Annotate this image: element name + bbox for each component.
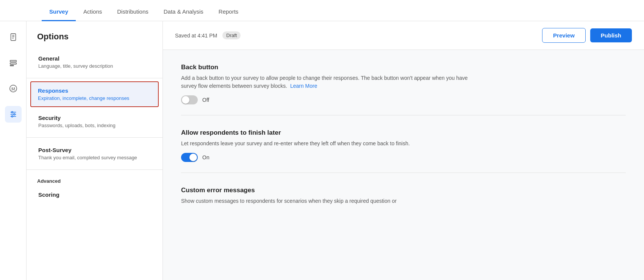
section-sub-responses: Expiration, incomplete, change responses — [38, 95, 151, 101]
options-section-post-survey[interactable]: Post-Survey Thank you email, completed s… — [27, 141, 163, 166]
nav-tab-actions[interactable]: Actions — [76, 8, 109, 21]
back-button-title: Back button — [181, 64, 626, 71]
preview-button[interactable]: Preview — [542, 28, 586, 43]
options-title: Options — [27, 32, 163, 49]
options-sidebar: Options General Language, title, survey … — [27, 21, 163, 280]
nav-tab-data-analysis[interactable]: Data & Analysis — [156, 8, 211, 21]
finish-later-desc: Let respondents leave your survey and re… — [181, 140, 477, 148]
back-button-toggle-knob — [182, 96, 189, 104]
divider-2 — [27, 137, 163, 138]
finish-later-toggle-knob — [189, 154, 197, 161]
setting-custom-errors: Custom error messages Show custom messag… — [181, 187, 626, 221]
svg-point-8 — [14, 88, 14, 89]
draft-badge: Draft — [222, 31, 241, 39]
back-button-toggle[interactable] — [181, 95, 198, 104]
setting-back-button: Back button Add a back button to your su… — [181, 64, 626, 115]
svg-point-13 — [13, 114, 15, 115]
svg-rect-6 — [10, 65, 13, 66]
svg-point-12 — [11, 112, 13, 113]
options-section-security[interactable]: Security Passwords, uploads, bots, index… — [27, 109, 163, 134]
sidebar-icon-look[interactable] — [5, 80, 22, 97]
main-content: Saved at 4:41 PM Draft Preview Publish B… — [163, 21, 644, 280]
finish-later-title: Allow respondents to finish later — [181, 129, 626, 137]
divider-1 — [27, 78, 163, 78]
back-button-desc: Add a back button to your survey to allo… — [181, 74, 477, 90]
icon-sidebar — [0, 21, 27, 280]
toolbar: Saved at 4:41 PM Draft Preview Publish — [163, 21, 644, 50]
options-section-general[interactable]: General Language, title, survey descript… — [27, 49, 163, 75]
svg-rect-4 — [10, 61, 16, 62]
custom-errors-title: Custom error messages — [181, 187, 626, 194]
options-section-scoring[interactable]: Scoring — [27, 185, 163, 205]
nav-tab-distributions[interactable]: Distributions — [109, 8, 156, 21]
sidebar-icon-blocks[interactable] — [5, 54, 22, 71]
section-sub-post-survey: Thank you email, completed survey messag… — [38, 155, 152, 160]
nav-tab-survey[interactable]: Survey — [42, 8, 76, 21]
section-title-scoring: Scoring — [38, 191, 152, 198]
toolbar-left: Saved at 4:41 PM Draft — [175, 31, 241, 39]
section-sub-general: Language, title, survey description — [38, 63, 152, 69]
sidebar-icon-options[interactable] — [5, 106, 22, 123]
publish-button[interactable]: Publish — [590, 28, 632, 42]
section-title-post-survey: Post-Survey — [38, 147, 152, 153]
top-nav: Survey Actions Distributions Data & Anal… — [0, 0, 644, 21]
content-body: Back button Add a back button to your su… — [163, 50, 644, 280]
svg-point-7 — [12, 88, 13, 89]
svg-rect-5 — [10, 63, 16, 64]
back-button-learn-more[interactable]: Learn More — [290, 83, 317, 89]
back-button-toggle-row: Off — [181, 95, 626, 104]
svg-rect-0 — [11, 34, 16, 40]
options-section-responses[interactable]: Responses Expiration, incomplete, change… — [30, 81, 159, 107]
toolbar-right: Preview Publish — [542, 28, 632, 43]
nav-tab-reports[interactable]: Reports — [211, 8, 246, 21]
divider-3 — [27, 170, 163, 170]
section-sub-security: Passwords, uploads, bots, indexing — [38, 123, 152, 128]
section-title-responses: Responses — [38, 87, 151, 94]
finish-later-toggle[interactable] — [181, 153, 198, 162]
svg-point-14 — [11, 116, 13, 117]
advanced-label: Advanced — [27, 173, 163, 185]
saved-text: Saved at 4:41 PM — [175, 33, 217, 39]
main-layout: Options General Language, title, survey … — [0, 21, 644, 280]
back-button-toggle-label: Off — [202, 97, 209, 103]
custom-errors-desc: Show custom messages to respondents for … — [181, 197, 477, 205]
setting-finish-later: Allow respondents to finish later Let re… — [181, 129, 626, 173]
section-title-general: General — [38, 55, 152, 62]
sidebar-icon-survey[interactable] — [5, 29, 22, 45]
finish-later-toggle-row: On — [181, 153, 626, 162]
finish-later-toggle-label: On — [202, 154, 209, 160]
section-title-security: Security — [38, 115, 152, 121]
